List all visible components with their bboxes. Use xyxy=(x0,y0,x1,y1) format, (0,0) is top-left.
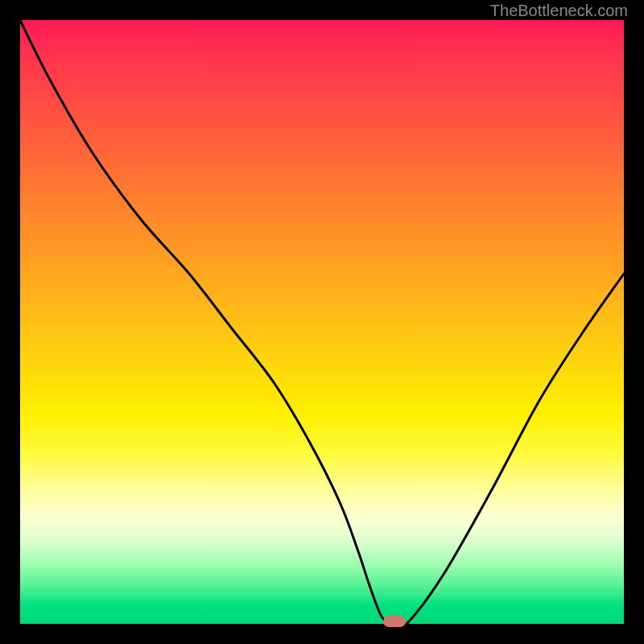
bottleneck-curve-line xyxy=(20,20,624,624)
chart-plot-area xyxy=(20,20,624,624)
watermark-text: TheBottleneck.com xyxy=(490,2,628,20)
chart-curve-svg xyxy=(20,20,624,624)
optimal-point-marker xyxy=(383,616,406,627)
